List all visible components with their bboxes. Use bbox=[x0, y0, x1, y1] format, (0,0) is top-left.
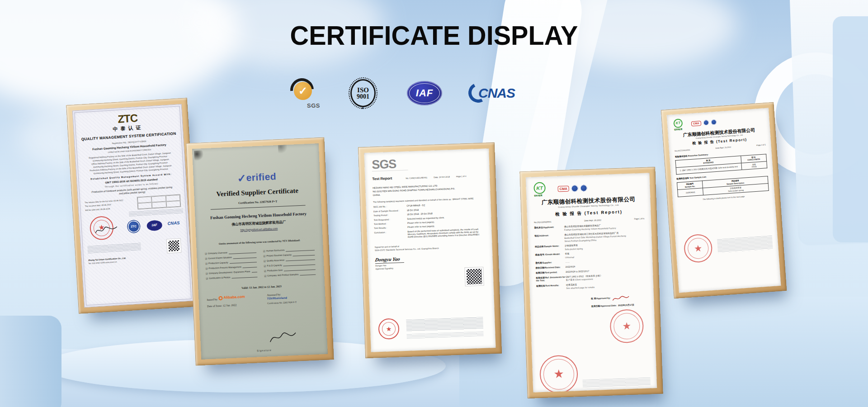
cnas-round-icon bbox=[580, 185, 588, 192]
ztc-certificate-paper: ZTC 中泰认证 QUALITY MANAGEMENT SYSTEM CERTI… bbox=[72, 104, 193, 308]
validity-period: Valid: 13 Jan. 2022 to 12 Jan. 2023 bbox=[206, 284, 316, 292]
signature-scribble bbox=[94, 224, 118, 236]
checkbox-icon: ☑ bbox=[264, 260, 266, 263]
checklist-item: ☑Production Capacity bbox=[205, 260, 257, 265]
checklist-item: ☑Production Process Management bbox=[205, 265, 257, 270]
approved-date-row: 批准日期/Approved Date: 2022年10月17日 bbox=[591, 303, 647, 308]
underline bbox=[243, 267, 257, 268]
lab-logo-row: KT创科检测 CMA bbox=[533, 179, 643, 197]
iaf-badge-icon: IAF bbox=[407, 81, 442, 105]
checklist-item: ☑Production Size bbox=[264, 267, 316, 272]
issuance-block: Issued by: Alibaba.com Date of Issue: 12… bbox=[207, 291, 317, 308]
address-block: Registered Address:Factory on the Side o… bbox=[82, 151, 179, 176]
iso-label-bottom: 9001 bbox=[357, 94, 369, 100]
cnas-round-icon bbox=[703, 120, 709, 126]
checkbox-icon: ☑ bbox=[263, 251, 265, 253]
underline bbox=[283, 265, 316, 266]
approved-signature-scribble bbox=[612, 294, 630, 302]
qr-code bbox=[465, 267, 483, 286]
corner-flourish bbox=[278, 143, 288, 155]
checklist-item: ☑Quality Assurance bbox=[264, 258, 316, 263]
corner-flourish bbox=[194, 150, 203, 162]
report-number: No:(X)CZ20929301 bbox=[675, 149, 690, 152]
checkbox-icon: ☑ bbox=[205, 253, 207, 256]
issued-by-block: Issued by: Alibaba.com Date of Issue: 12… bbox=[207, 293, 267, 308]
sgs-report-paper: SGS Test Report No. CANEC1821480461 Date… bbox=[364, 148, 495, 352]
red-seal-stamp: ★ bbox=[609, 309, 644, 344]
wooden-frame: ✓erified Verified Supplier Certificate C… bbox=[186, 137, 334, 366]
assessed-by-block: Assessed by: TÜVRheinland Certification … bbox=[267, 291, 317, 306]
wooden-frame: KT创科检测 CMA 广东顺德创科检测技术股份有限公司 Guang Dong S… bbox=[661, 102, 787, 298]
checkbox-icon: ☑ bbox=[263, 256, 265, 258]
checkbox-icon: ☑ bbox=[205, 258, 208, 260]
star-icon: ★ bbox=[386, 325, 392, 333]
chuangke-report-paper: KT创科检测 CMA 广东顺德创科检测技术股份有限公司 Guang Dong S… bbox=[526, 173, 657, 392]
underline bbox=[229, 252, 256, 254]
report-field: 地址/Address:佛山市高明区荷城街道江湾社区大田村篮球场旁边的厂房Bask… bbox=[534, 231, 645, 244]
qr-code bbox=[167, 239, 181, 253]
assessment-intro: Onsite assessment of the following areas… bbox=[204, 238, 315, 246]
report-page: Page 1 of 4 bbox=[456, 175, 467, 178]
cnas-seal-icon: CNAS bbox=[167, 220, 180, 227]
table-cell: 合格PASS bbox=[741, 161, 767, 170]
signed-block: Signed for and on behalf of SGS-CSTC Sta… bbox=[375, 241, 485, 252]
iso-ring-icon: ISO 9001 bbox=[350, 79, 376, 107]
signature-scribble bbox=[268, 330, 297, 345]
star-icon: ★ bbox=[693, 242, 703, 255]
certificate-chuangke-test-report-1[interactable]: KT创科检测 CMA 广东顺德创科检测技术股份有限公司 Guang Dong S… bbox=[519, 167, 663, 398]
iaf-badge-label: IAF bbox=[416, 87, 433, 99]
signature-label: Signature bbox=[201, 346, 328, 355]
report-field: 检测结果/Test Results:结果见附页See attached page… bbox=[536, 281, 646, 291]
issued-by-label: Issued by: bbox=[207, 298, 218, 301]
checkbox-icon: ☑ bbox=[206, 278, 208, 280]
underline bbox=[286, 250, 315, 251]
fine-print-block bbox=[717, 236, 773, 253]
iso-label-top: ISO bbox=[357, 87, 369, 94]
date-of-issue: Date of Issue: 12 Jan. 2022 bbox=[207, 303, 267, 309]
cnas-badge-icon: CNAS bbox=[472, 81, 515, 105]
report-number: No. CANEC1821480461 bbox=[406, 176, 427, 180]
report-fields: 委托单位/Applicant:佛山市高明区荷城街道陇辉家居用品厂Foshan G… bbox=[534, 223, 647, 291]
underline bbox=[286, 260, 315, 261]
sgs-badge-label: SGS bbox=[307, 102, 320, 109]
report-title: Test Report bbox=[372, 176, 406, 182]
certificate-chuangke-test-report-2[interactable]: KT创科检测 CMA 广东顺德创科检测技术股份有限公司 Guang Dong S… bbox=[661, 102, 787, 298]
checkbox-icon: ☑ bbox=[205, 268, 208, 270]
table-cell bbox=[138, 202, 152, 209]
red-seal-stamp: ★ bbox=[539, 355, 579, 392]
fine-print-block bbox=[582, 378, 651, 388]
verified-logo: ✓erified bbox=[201, 168, 312, 187]
kt-logo: KT创科检测 bbox=[533, 182, 546, 197]
report-date: Date:Sept. 29,2022 bbox=[716, 146, 731, 150]
underline bbox=[252, 272, 257, 273]
checkbox-icon: ☑ bbox=[206, 273, 208, 275]
certification-number-footer: Certification No. 22857928 P+T bbox=[267, 300, 317, 305]
certificate-ztc-quality-management[interactable]: ZTC 中泰认证 QUALITY MANAGEMENT SYSTEM CERTI… bbox=[66, 98, 200, 313]
audit-table bbox=[137, 194, 181, 209]
star-icon: ★ bbox=[622, 320, 632, 333]
accreditation-badge-row: ✓ SGS ISO 9001 ✓ IAF CNAS bbox=[289, 75, 515, 111]
star-icon: ★ bbox=[553, 366, 564, 382]
cma-logo: CMA bbox=[691, 121, 701, 127]
checklist-item: ☑R & D Capacity bbox=[264, 263, 316, 268]
table-cell bbox=[152, 201, 166, 208]
wooden-frame: KT创科检测 CMA 广东顺德创科检测技术股份有限公司 Guang Dong S… bbox=[519, 167, 663, 398]
page-title: CERTIFICATE DISPLAY bbox=[17, 20, 850, 51]
divider bbox=[211, 205, 306, 210]
alibaba-logo: Alibaba.com bbox=[218, 294, 245, 300]
underline bbox=[230, 262, 257, 264]
certificate-verified-supplier[interactable]: ✓erified Verified Supplier Certificate C… bbox=[186, 137, 334, 366]
report-fields: SGS Job No. :CP18-058418 - GZ Date of Sa… bbox=[373, 202, 485, 240]
certificate-sgs-test-report[interactable]: SGS Test Report No. CANEC1821480461 Date… bbox=[358, 142, 502, 358]
checklist-right-column: ☑Human Resources ☑Project Reviews Capaci… bbox=[263, 246, 316, 277]
table-cell: 220929301 bbox=[678, 188, 703, 197]
sgs-check-icon: ✓ bbox=[294, 82, 312, 100]
date-lines: The release date for the first time: 09-… bbox=[85, 197, 137, 211]
fine-print-block bbox=[87, 243, 141, 253]
checklist-item: ☑Project Reviews Capacity bbox=[263, 253, 315, 258]
certificate-display-section: CERTIFICATE DISPLAY ✓ SGS ISO 9001 ✓ IAF… bbox=[0, 0, 868, 407]
checklist-item: ☑Certification & Photos bbox=[206, 275, 258, 280]
sgs-logo: SGS bbox=[372, 158, 408, 172]
ztc-seal-icon: ZTC bbox=[127, 220, 140, 233]
alibaba-icon bbox=[218, 296, 222, 300]
